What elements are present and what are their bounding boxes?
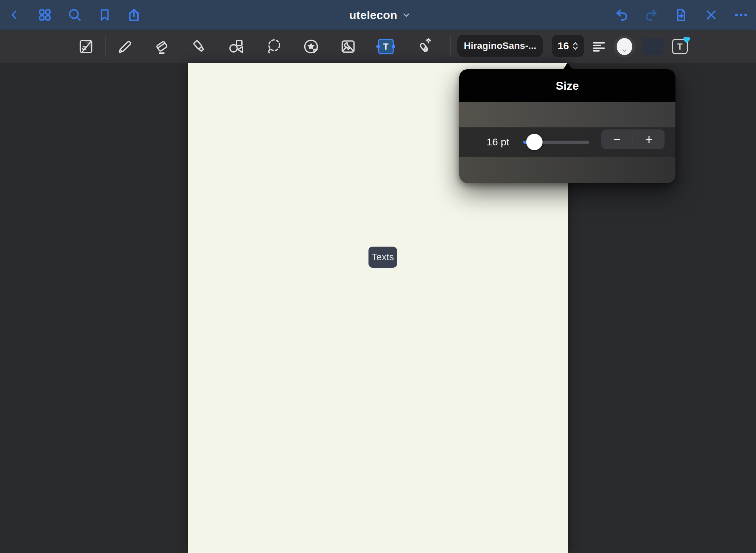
bookmarks-button[interactable]: [95, 5, 114, 24]
popover-header: Size: [459, 69, 675, 102]
image-icon: [339, 38, 357, 55]
highlighter-tool-button[interactable]: [189, 36, 210, 57]
stepper-chevrons-icon: [572, 41, 579, 51]
font-size-value: 16: [557, 40, 569, 52]
note-editor-screen: utelecon a: [0, 0, 756, 553]
lasso-tool-button[interactable]: [263, 36, 285, 57]
reading-mode-button[interactable]: a: [75, 36, 97, 57]
size-increase-button[interactable]: +: [633, 129, 665, 149]
redo-button[interactable]: [642, 5, 661, 24]
svg-text:a: a: [82, 43, 86, 52]
size-value-label: 16 pt: [480, 135, 509, 149]
toolbar-separator: [105, 35, 106, 57]
back-button[interactable]: [5, 5, 24, 24]
align-left-icon: [591, 39, 607, 54]
selection-handle-left: [376, 45, 380, 49]
more-button[interactable]: [732, 5, 751, 24]
add-page-icon: [674, 7, 689, 23]
document-title-button[interactable]: utelecon: [349, 8, 410, 22]
text-style-favorites-button[interactable]: T: [672, 39, 688, 54]
ellipsis-icon: [734, 7, 749, 22]
text-tool-button-active[interactable]: T: [378, 39, 394, 54]
sticker-star-icon: [302, 38, 320, 55]
bookmark-icon: [98, 7, 112, 22]
text-tool-glyph: T: [383, 41, 389, 52]
shapes-icon: [227, 38, 245, 55]
canvas-area: Texts Size 16 pt − +: [0, 63, 756, 553]
font-family-label: HiraginoSans-...: [464, 40, 536, 51]
text-color-swatch[interactable]: [614, 36, 635, 57]
laser-pointer-tool-button[interactable]: [413, 36, 434, 57]
undo-icon: [614, 7, 629, 22]
chevron-down-icon: [403, 12, 410, 18]
text-align-button[interactable]: [589, 37, 609, 56]
undo-button[interactable]: [612, 5, 631, 24]
text-object[interactable]: Texts: [368, 247, 397, 268]
text-object-label: Texts: [372, 252, 394, 263]
heart-icon: [682, 35, 691, 44]
swatch-chevron-icon: [622, 49, 626, 52]
stylus-mode-button[interactable]: [702, 5, 721, 24]
eraser-tool-button[interactable]: [151, 36, 172, 57]
reading-mode-icon: a: [78, 38, 94, 55]
back-chevron-icon: [9, 7, 20, 22]
highlighter-icon: [190, 38, 208, 55]
eraser-icon: [153, 38, 170, 55]
image-tool-button[interactable]: [338, 36, 359, 57]
pen-tool-button[interactable]: [114, 36, 135, 57]
size-slider-row: 16 pt − +: [459, 127, 675, 157]
color-disc: [617, 38, 632, 55]
toolbar-separator: [450, 35, 451, 57]
lasso-icon: [265, 38, 283, 55]
add-page-button[interactable]: [672, 5, 691, 24]
size-decrease-button[interactable]: −: [601, 129, 633, 149]
pen-icon: [116, 38, 133, 55]
elements-tool-button[interactable]: [300, 36, 322, 57]
font-family-button[interactable]: HiraginoSans-...: [457, 35, 543, 57]
laser-pointer-icon: [415, 38, 432, 55]
selection-handle-right: [392, 45, 395, 49]
search-button[interactable]: [65, 5, 84, 24]
share-button[interactable]: [124, 5, 143, 24]
size-stepper: − +: [601, 129, 665, 149]
tool-toolbar: a T Hi: [0, 30, 756, 63]
popover-title: Size: [556, 79, 579, 92]
popover-band-bottom: [459, 157, 675, 183]
pages-overview-button[interactable]: [35, 5, 54, 24]
grid-icon: [38, 8, 52, 22]
popover-band-top: [459, 102, 675, 127]
share-icon: [126, 7, 141, 23]
inactive-style-button[interactable]: [642, 38, 664, 55]
navbar: utelecon: [0, 0, 756, 30]
document-title: utelecon: [349, 8, 397, 22]
style-glyph: T: [677, 41, 683, 52]
search-icon: [67, 7, 82, 22]
redo-icon: [644, 7, 659, 22]
shapes-tool-button[interactable]: [225, 36, 246, 57]
stylus-cross-icon: [704, 8, 718, 22]
size-slider-thumb[interactable]: [526, 134, 543, 150]
font-size-button[interactable]: 16: [552, 35, 584, 57]
size-popover: Size 16 pt − +: [459, 69, 675, 183]
